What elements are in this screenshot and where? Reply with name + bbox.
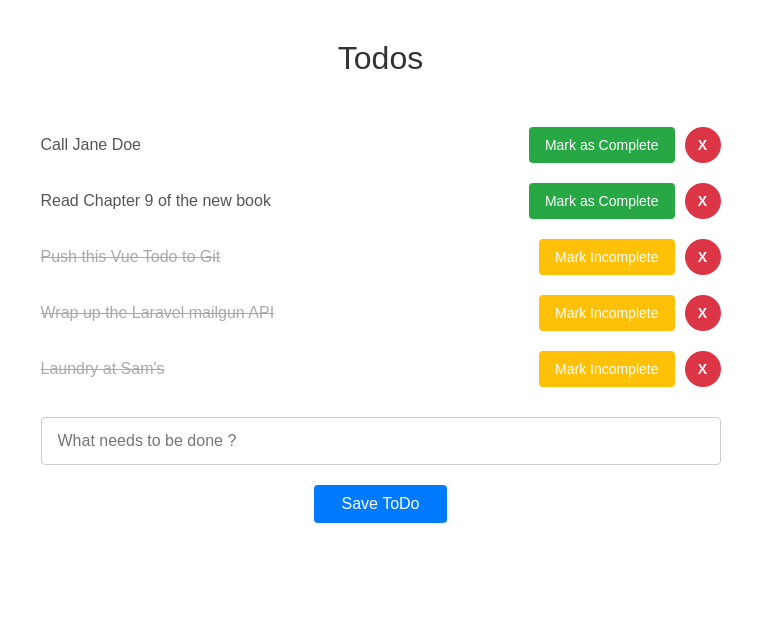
todo-item: Read Chapter 9 of the new bookMark as Co… xyxy=(41,173,721,229)
new-todo-input[interactable] xyxy=(41,417,721,465)
todo-item: Push this Vue Todo to GitMark Incomplete… xyxy=(41,229,721,285)
delete-todo-button[interactable]: X xyxy=(685,239,721,275)
todo-text: Push this Vue Todo to Git xyxy=(41,248,540,266)
save-button-wrapper: Save ToDo xyxy=(41,485,721,523)
todo-actions: Mark as CompleteX xyxy=(529,127,721,163)
main-container: Todos Call Jane DoeMark as CompleteXRead… xyxy=(41,40,721,523)
delete-todo-button[interactable]: X xyxy=(685,351,721,387)
page-title: Todos xyxy=(41,40,721,77)
todo-text: Call Jane Doe xyxy=(41,136,529,154)
todo-item: Call Jane DoeMark as CompleteX xyxy=(41,117,721,173)
todo-list: Call Jane DoeMark as CompleteXRead Chapt… xyxy=(41,117,721,397)
todo-item: Wrap up the Laravel mailgun APIMark Inco… xyxy=(41,285,721,341)
delete-todo-button[interactable]: X xyxy=(685,127,721,163)
todo-text: Wrap up the Laravel mailgun API xyxy=(41,304,540,322)
mark-complete-button[interactable]: Mark as Complete xyxy=(529,127,675,163)
delete-todo-button[interactable]: X xyxy=(685,183,721,219)
todo-actions: Mark IncompleteX xyxy=(539,295,720,331)
todo-actions: Mark IncompleteX xyxy=(539,239,720,275)
delete-todo-button[interactable]: X xyxy=(685,295,721,331)
todo-actions: Mark IncompleteX xyxy=(539,351,720,387)
mark-incomplete-button[interactable]: Mark Incomplete xyxy=(539,295,674,331)
todo-text: Read Chapter 9 of the new book xyxy=(41,192,529,210)
save-todo-button[interactable]: Save ToDo xyxy=(314,485,448,523)
todo-text: Laundry at Sam's xyxy=(41,360,540,378)
todo-actions: Mark as CompleteX xyxy=(529,183,721,219)
mark-incomplete-button[interactable]: Mark Incomplete xyxy=(539,351,674,387)
mark-complete-button[interactable]: Mark as Complete xyxy=(529,183,675,219)
todo-item: Laundry at Sam'sMark IncompleteX xyxy=(41,341,721,397)
mark-incomplete-button[interactable]: Mark Incomplete xyxy=(539,239,674,275)
